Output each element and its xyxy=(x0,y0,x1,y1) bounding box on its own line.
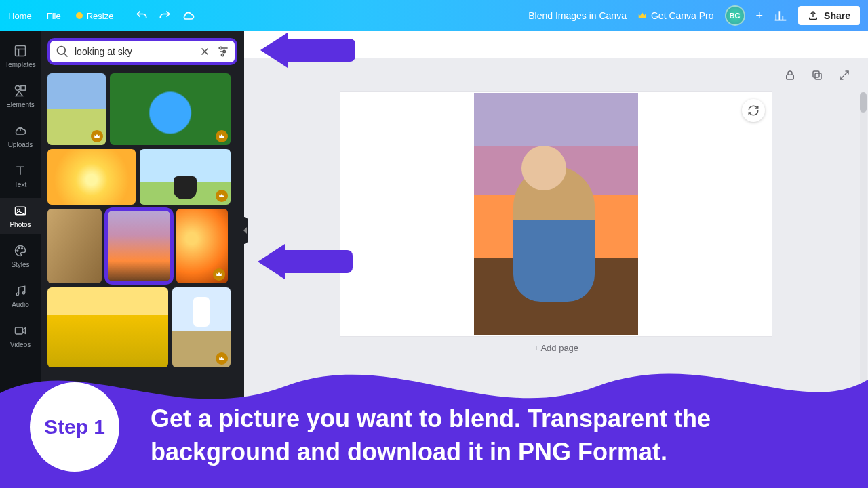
text-icon xyxy=(13,163,28,178)
nav-label: Audio xyxy=(12,301,29,308)
topbar-left-group: Home File Resize xyxy=(8,9,196,22)
home-menu[interactable]: Home xyxy=(8,11,32,21)
svg-rect-16 xyxy=(815,73,821,79)
crown-icon xyxy=(637,11,647,20)
design-page[interactable] xyxy=(340,92,772,336)
premium-badge-icon xyxy=(91,130,103,142)
regenerate-icon[interactable] xyxy=(742,99,765,122)
duplicate-page-icon[interactable] xyxy=(810,68,825,83)
search-input[interactable] xyxy=(75,46,193,57)
photo-result[interactable] xyxy=(110,73,231,145)
nav-label: Elements xyxy=(6,101,35,108)
photo-result[interactable] xyxy=(140,149,231,205)
svg-rect-10 xyxy=(16,327,23,334)
photo-search xyxy=(47,38,237,65)
nav-text[interactable]: Text xyxy=(0,158,41,194)
redo-icon[interactable] xyxy=(158,9,172,22)
placed-photo[interactable] xyxy=(474,93,638,336)
top-bar: Home File Resize Blend Images in Canva G… xyxy=(0,0,868,31)
svg-point-6 xyxy=(18,247,20,249)
nav-label: Photos xyxy=(9,221,31,228)
upload-icon xyxy=(808,10,818,21)
lock-icon[interactable] xyxy=(783,68,797,83)
premium-badge-icon xyxy=(216,190,228,202)
get-pro-label: Get Canva Pro xyxy=(651,10,714,21)
annotation-arrow-top xyxy=(260,33,355,68)
file-menu[interactable]: File xyxy=(47,11,61,21)
styles-icon xyxy=(13,243,28,258)
svg-point-12 xyxy=(220,47,222,49)
invite-button[interactable]: + xyxy=(756,9,764,23)
resize-menu[interactable]: Resize xyxy=(76,11,114,21)
annotation-arrow-mid xyxy=(258,244,353,279)
elements-icon xyxy=(13,83,28,98)
photo-result[interactable] xyxy=(47,149,136,205)
templates-icon xyxy=(13,43,28,58)
topbar-history-icons xyxy=(135,9,196,22)
page-actions xyxy=(783,68,852,83)
cloud-sync-icon[interactable] xyxy=(181,9,196,22)
svg-point-9 xyxy=(22,292,24,294)
expand-page-icon[interactable] xyxy=(837,68,852,83)
premium-badge-icon xyxy=(213,268,225,281)
insights-icon[interactable] xyxy=(774,9,787,22)
panel-collapse-handle[interactable] xyxy=(241,217,248,244)
photo-result[interactable] xyxy=(176,209,228,283)
nav-audio[interactable]: Audio xyxy=(0,278,41,314)
nav-label: Templates xyxy=(5,61,36,68)
premium-badge-icon xyxy=(216,130,228,142)
svg-point-7 xyxy=(22,248,23,249)
photo-result[interactable] xyxy=(47,73,106,145)
topbar-right-group: Blend Images in Canva Get Canva Pro BC +… xyxy=(528,5,860,26)
search-icon xyxy=(56,45,69,58)
crown-icon xyxy=(76,12,83,19)
nav-label: Uploads xyxy=(8,141,33,148)
photo-gallery xyxy=(47,73,237,367)
videos-icon xyxy=(13,323,28,338)
share-button[interactable]: Share xyxy=(798,6,860,25)
svg-point-14 xyxy=(222,54,224,56)
svg-rect-0 xyxy=(16,46,26,56)
nav-templates[interactable]: Templates xyxy=(0,38,41,74)
nav-label: Text xyxy=(14,181,26,188)
clear-search-icon[interactable] xyxy=(199,45,211,58)
nav-elements[interactable]: Elements xyxy=(0,78,41,114)
uploads-icon xyxy=(13,123,28,138)
nav-uploads[interactable]: Uploads xyxy=(0,118,41,154)
nav-styles[interactable]: Styles xyxy=(0,238,41,274)
document-title[interactable]: Blend Images in Canva xyxy=(528,10,627,21)
filter-icon[interactable] xyxy=(216,45,230,58)
svg-rect-2 xyxy=(21,86,26,91)
get-pro-button[interactable]: Get Canva Pro xyxy=(637,10,714,21)
svg-point-8 xyxy=(16,293,18,295)
step-badge: Step 1 xyxy=(30,382,119,472)
svg-point-13 xyxy=(223,50,225,52)
avatar[interactable]: BC xyxy=(725,5,745,26)
instruction-text: Get a picture you want to blend. Transpa… xyxy=(151,402,848,469)
svg-point-5 xyxy=(17,250,18,251)
photo-result[interactable] xyxy=(47,209,102,283)
photos-icon xyxy=(13,203,28,218)
audio-icon xyxy=(13,283,28,298)
undo-icon[interactable] xyxy=(135,9,149,22)
share-label: Share xyxy=(824,10,850,21)
resize-label: Resize xyxy=(87,11,114,21)
nav-photos[interactable]: Photos xyxy=(0,198,41,234)
step-label: Step 1 xyxy=(44,415,105,439)
svg-rect-15 xyxy=(787,75,794,79)
svg-rect-17 xyxy=(813,71,819,77)
svg-point-1 xyxy=(16,86,20,91)
nav-label: Styles xyxy=(11,261,29,268)
photo-result-selected[interactable] xyxy=(106,209,172,283)
svg-point-11 xyxy=(58,47,66,55)
